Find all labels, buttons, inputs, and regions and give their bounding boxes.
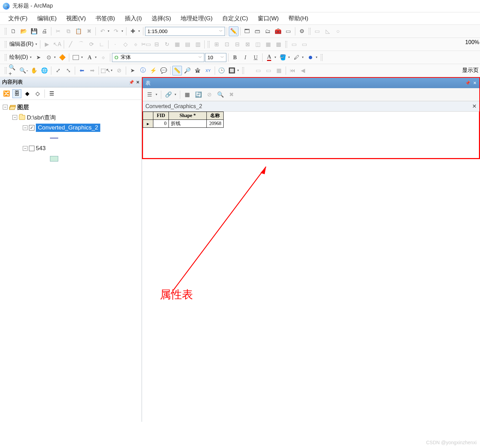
cut-poly-icon[interactable]: ✂▭ xyxy=(141,40,151,49)
tree-layer-1[interactable]: − ✓ Converted_Graphics_2 xyxy=(1,123,140,133)
toolbar-grip[interactable] xyxy=(321,54,323,61)
pan-icon[interactable]: ✋ xyxy=(29,66,39,75)
dropdown-icon[interactable]: ▼ xyxy=(288,56,291,59)
paste-icon[interactable]: 📋 xyxy=(74,27,83,36)
hyperlink-icon[interactable]: ⚡ xyxy=(149,66,158,75)
find-icon[interactable]: 🔎 xyxy=(183,66,192,75)
cell-name[interactable]: 20968 xyxy=(207,120,224,128)
dropdown-icon[interactable]: ▼ xyxy=(94,56,98,59)
save-icon[interactable]: 💾 xyxy=(29,27,39,36)
toolbar-grip[interactable] xyxy=(5,54,7,61)
menu-view[interactable]: 视图(V) xyxy=(63,13,89,24)
split-icon[interactable]: ⊟ xyxy=(152,40,161,49)
identify-icon[interactable]: ⓘ xyxy=(138,66,148,75)
related-tables-icon[interactable]: 🔗 xyxy=(164,90,173,100)
zoom-selected-icon[interactable]: 🔍 xyxy=(216,90,225,100)
toolbar-grip[interactable] xyxy=(242,67,244,74)
zoom-out-icon[interactable]: 🔍- xyxy=(19,66,29,75)
italic-button[interactable]: I xyxy=(241,53,250,62)
select-by-attr-icon[interactable]: ▦ xyxy=(183,90,192,100)
find-route-icon[interactable]: 🛣 xyxy=(193,66,203,75)
georef-1-icon[interactable]: ⊞ xyxy=(212,40,221,49)
sketch-props-icon[interactable]: ▤ xyxy=(183,40,192,49)
toolbar-grip[interactable] xyxy=(5,41,7,48)
close-icon[interactable]: ✕ xyxy=(473,81,477,85)
fixed-zoom-out-icon[interactable]: ⤡ xyxy=(63,66,73,75)
font-color-icon[interactable]: A xyxy=(264,53,274,62)
col-fid[interactable]: FID xyxy=(153,112,169,120)
prev-page-icon[interactable]: ◀ xyxy=(298,66,308,75)
cell-fid[interactable]: 0 xyxy=(153,120,169,128)
viewer-window-icon[interactable]: 🔲 xyxy=(227,66,237,75)
dropdown-icon[interactable]: ▼ xyxy=(35,43,38,46)
trace-icon[interactable]: ⟳ xyxy=(86,40,96,49)
zoom-in-icon[interactable]: 🔍+ xyxy=(9,66,18,75)
delete-selected-icon[interactable]: ✖ xyxy=(227,90,236,100)
goto-xy-icon[interactable]: XY xyxy=(203,66,213,75)
dropdown-icon[interactable]: ▼ xyxy=(237,69,240,72)
list-by-source-icon[interactable]: 🗄 xyxy=(12,89,21,98)
fixed-zoom-in-icon[interactable]: ⤢ xyxy=(53,66,63,75)
tree-root[interactable]: − 图层 xyxy=(1,102,140,112)
full-extent-icon[interactable]: 🌐 xyxy=(40,66,49,75)
geodb-1-icon[interactable]: ▭ xyxy=(289,40,299,49)
toolbar-grip[interactable] xyxy=(5,67,7,74)
line-color-icon[interactable]: 🖊 xyxy=(292,53,302,62)
menu-select[interactable]: 选择(S) xyxy=(148,13,175,24)
table-options-icon[interactable]: ☰ xyxy=(145,90,154,100)
menu-geoprocessing[interactable]: 地理处理(G) xyxy=(177,13,216,24)
font-combo[interactable]: O宋体 ﹀ xyxy=(112,53,204,62)
menu-insert[interactable]: 插入(I) xyxy=(121,13,145,24)
endpt-arc-icon[interactable]: ⌒ xyxy=(76,40,86,49)
html-popup-icon[interactable]: 💬 xyxy=(159,66,168,75)
pin-icon[interactable]: 📌 xyxy=(465,81,470,85)
close-icon[interactable]: ✕ xyxy=(136,80,140,85)
close-icon[interactable]: ✕ xyxy=(472,103,477,110)
tree-layer-2[interactable]: − 543 xyxy=(1,143,140,154)
georef-4-icon[interactable]: ⊠ xyxy=(243,40,252,49)
measure-icon[interactable]: 📏 xyxy=(172,66,182,75)
layout-poly-icon[interactable]: ◺ xyxy=(323,27,333,36)
print-icon[interactable]: 🖨 xyxy=(40,27,49,36)
edit-anno-icon[interactable]: ↖A xyxy=(52,40,62,49)
dropdown-icon[interactable]: ▼ xyxy=(138,30,141,33)
collapse-icon[interactable]: − xyxy=(23,125,28,130)
layout-1-icon[interactable]: ▭ xyxy=(254,66,263,75)
list-by-drawing-icon[interactable]: 🔀 xyxy=(2,89,11,98)
undo-icon[interactable]: ↶ xyxy=(98,27,107,36)
dropdown-icon[interactable]: ▼ xyxy=(274,56,277,59)
layer-checkbox[interactable] xyxy=(29,146,34,151)
time-slider-icon[interactable]: 🕒 xyxy=(217,66,226,75)
select-arrow-icon[interactable]: ➤ xyxy=(128,66,137,75)
georef-5-icon[interactable]: ◫ xyxy=(253,40,263,49)
bold-button[interactable]: B xyxy=(230,53,240,62)
list-by-visibility-icon[interactable]: ◆ xyxy=(23,89,32,98)
col-shape[interactable]: Shape * xyxy=(169,112,207,120)
cell-shape[interactable]: 折线 xyxy=(169,120,207,128)
menu-help[interactable]: 帮助(H) xyxy=(285,13,312,24)
dropdown-icon[interactable]: ▼ xyxy=(315,56,319,59)
collapse-icon[interactable]: − xyxy=(23,146,28,151)
select-elements-icon[interactable]: ➤ xyxy=(33,53,43,62)
layout-rect-icon[interactable]: ▭ xyxy=(313,27,322,36)
toolbox-icon[interactable]: 🧰 xyxy=(273,27,283,36)
fontsize-combo[interactable]: 10 ﹀ xyxy=(205,53,226,62)
layout-3-icon[interactable]: ▦ xyxy=(274,66,284,75)
rotate-icon[interactable]: ⊙ xyxy=(44,53,53,62)
rotate-icon[interactable]: ↻ xyxy=(162,40,172,49)
rectangle-icon[interactable] xyxy=(71,53,81,62)
dropdown-icon[interactable]: ▼ xyxy=(174,93,177,96)
dropdown-icon[interactable]: ▼ xyxy=(121,30,124,33)
create-features-icon[interactable]: ▥ xyxy=(193,40,203,49)
menu-file[interactable]: 文件(F) xyxy=(5,13,31,24)
toolbar-grip[interactable] xyxy=(285,41,287,48)
layout-2-icon[interactable]: ▭ xyxy=(264,66,274,75)
options-icon[interactable]: ☰ xyxy=(47,89,56,98)
editor-toolbar-icon[interactable]: ✏️ xyxy=(229,27,238,36)
switch-selection-icon[interactable]: 🔄 xyxy=(194,90,203,100)
collapse-icon[interactable]: − xyxy=(3,105,8,110)
draw-menu[interactable]: 绘制(D) xyxy=(9,54,29,61)
text-icon[interactable]: A xyxy=(85,53,94,62)
show-page-label[interactable]: 显示页 xyxy=(462,67,479,74)
edit-vertices-icon[interactable]: ◇ xyxy=(121,40,130,49)
